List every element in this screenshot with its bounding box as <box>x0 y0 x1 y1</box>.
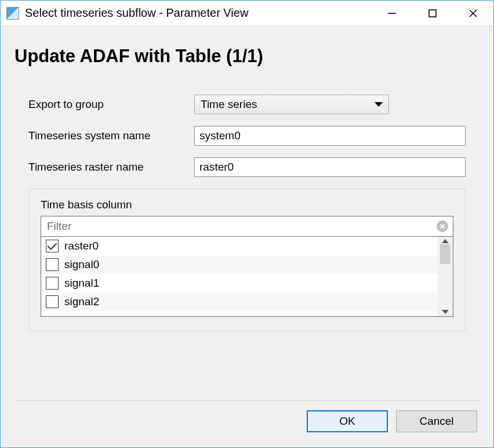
spacer <box>14 331 480 384</box>
filter-wrap <box>41 216 453 237</box>
maximize-button[interactable] <box>412 1 453 26</box>
row-export-group: Export to group Time series <box>28 95 466 114</box>
list-item-label: raster0 <box>64 240 99 252</box>
window-title: Select timeseries subflow - Parameter Vi… <box>25 6 372 20</box>
minimize-button[interactable] <box>372 1 412 26</box>
time-basis-group: Time basis column raster0 signal0 <box>28 189 466 331</box>
scrollbar[interactable] <box>438 237 453 316</box>
checkbox-icon[interactable] <box>46 240 59 252</box>
control-export-group: Time series <box>194 95 466 114</box>
checkbox-icon[interactable] <box>46 277 59 290</box>
titlebar: Select timeseries subflow - Parameter Vi… <box>1 1 493 26</box>
export-group-dropdown[interactable]: Time series <box>194 95 389 114</box>
page-title: Update ADAF with Table (1/1) <box>14 46 480 67</box>
label-export-group: Export to group <box>28 98 194 111</box>
list-item[interactable]: raster0 <box>41 237 438 255</box>
list-item[interactable]: signal0 <box>41 255 438 274</box>
minimize-icon <box>387 8 397 19</box>
cancel-button-label: Cancel <box>419 415 453 428</box>
window-controls <box>372 1 493 26</box>
clear-filter-icon[interactable] <box>437 221 448 232</box>
client-area: Update ADAF with Table (1/1) Export to g… <box>1 26 493 447</box>
list-item-label: signal2 <box>64 295 99 308</box>
list-items: raster0 signal0 signal1 signal2 <box>41 237 438 316</box>
filter-input[interactable] <box>46 219 430 233</box>
list-item-label: signal0 <box>64 258 99 271</box>
ok-button[interactable]: OK <box>307 410 388 432</box>
system-name-input[interactable] <box>194 126 466 146</box>
close-icon <box>468 8 478 19</box>
raster-name-input[interactable] <box>194 157 466 177</box>
scroll-thumb[interactable] <box>440 244 451 264</box>
label-raster-name: Timeseries raster name <box>28 161 194 174</box>
app-icon <box>6 7 19 20</box>
ok-button-label: OK <box>339 415 355 428</box>
window-frame: Select timeseries subflow - Parameter Vi… <box>0 0 494 448</box>
cancel-button[interactable]: Cancel <box>396 410 477 432</box>
scroll-track[interactable] <box>440 243 451 310</box>
parameter-form: Export to group Time series Timeseries s… <box>14 95 480 331</box>
list-item[interactable]: signal2 <box>41 292 438 311</box>
dialog-buttons: OK Cancel <box>14 410 480 442</box>
svg-rect-1 <box>429 10 436 17</box>
divider <box>14 400 480 401</box>
row-system-name: Timeseries system name <box>28 126 466 146</box>
checkbox-icon[interactable] <box>46 258 59 271</box>
row-raster-name: Timeseries raster name <box>28 157 466 177</box>
time-basis-listbox: raster0 signal0 signal1 signal2 <box>41 237 453 317</box>
checkbox-icon[interactable] <box>46 295 59 308</box>
export-group-value: Time series <box>201 98 257 111</box>
close-button[interactable] <box>453 1 493 26</box>
time-basis-label: Time basis column <box>41 198 453 211</box>
scroll-down-icon[interactable] <box>442 310 449 314</box>
chevron-down-icon <box>375 102 383 107</box>
list-item-label: signal1 <box>64 277 99 290</box>
label-system-name: Timeseries system name <box>28 129 194 142</box>
scroll-up-icon[interactable] <box>442 239 449 243</box>
maximize-icon <box>428 9 437 18</box>
list-item[interactable]: signal1 <box>41 274 438 292</box>
